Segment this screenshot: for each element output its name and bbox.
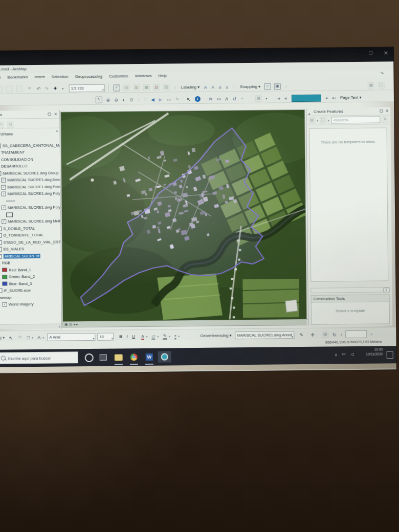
toc-row[interactable]: ✓World Imagery bbox=[0, 301, 61, 308]
scale-combo[interactable]: 1:5.720▾ bbox=[69, 84, 105, 93]
chrome-icon[interactable] bbox=[128, 351, 140, 363]
minimize-button[interactable]: – bbox=[353, 50, 357, 56]
toc-row[interactable]: ✓MARISCAL SUCRE1.dwg Point bbox=[0, 183, 60, 191]
layer-label[interactable]: S_DOBLE_TOTAL bbox=[3, 226, 35, 231]
toc-row[interactable]: ES_VIALES bbox=[0, 246, 61, 253]
toc-row[interactable]: ✓MARISCAL SUCRE1.dwg Polygon bbox=[0, 204, 60, 212]
panel-splitter[interactable]: ≡ bbox=[311, 287, 389, 293]
toc-row[interactable]: ✓MARISCAL SUCRE1.dwg Group Layer bbox=[0, 169, 60, 177]
layer-label[interactable]: RGB bbox=[2, 261, 10, 265]
toc-row[interactable] bbox=[0, 211, 60, 218]
layer-checkbox[interactable] bbox=[0, 247, 2, 252]
hyperlink-icon[interactable]: ↺ bbox=[233, 96, 237, 101]
toc-row[interactable]: asemap bbox=[0, 294, 61, 301]
redo-icon[interactable]: ↷ bbox=[45, 86, 49, 92]
layer-checkbox[interactable]: ✓ bbox=[0, 254, 2, 258]
toc-row[interactable]: te Urbano bbox=[0, 130, 60, 138]
select-elements-icon[interactable]: ↖ bbox=[96, 97, 102, 103]
snap-edge-icon[interactable]: ▣ bbox=[274, 83, 281, 90]
ddp-first-icon[interactable]: |◀ bbox=[277, 97, 280, 100]
layer-label[interactable]: IF_SUCRE.ecw bbox=[4, 288, 31, 293]
arcmap-taskbar-icon[interactable] bbox=[158, 351, 171, 362]
georef-layer-combo[interactable]: MARISCAL SUCRE1.dwg Annot▾ bbox=[235, 331, 294, 339]
layer-label[interactable]: Red: Band_1 bbox=[9, 268, 31, 272]
filter-templates-icon[interactable]: ▢ bbox=[320, 117, 326, 124]
rotation-input[interactable] bbox=[345, 330, 367, 338]
menu-bookmarks[interactable]: Bookmarks bbox=[7, 75, 28, 79]
layer-label[interactable]: MARISCAL SUCRE1.dwg Point bbox=[8, 184, 60, 189]
link-table-icon[interactable]: ▦ bbox=[322, 331, 329, 338]
toc-row[interactable]: S_DOBLE_TOTAL bbox=[0, 225, 60, 232]
rotate-icon[interactable]: ↻ bbox=[332, 332, 337, 337]
toc-row[interactable]: Blue: Band_3 bbox=[0, 280, 61, 287]
draw-pointer-icon[interactable]: ↖ bbox=[9, 335, 13, 340]
zoom-out-icon[interactable]: ⊖ bbox=[114, 97, 118, 102]
layer-checkbox[interactable] bbox=[0, 233, 2, 238]
layer-label[interactable]: Green: Band_2 bbox=[9, 274, 35, 279]
add-control-points-icon[interactable]: ✎ bbox=[300, 332, 304, 338]
fixed-zoom-out-icon[interactable]: ∷ bbox=[144, 98, 147, 102]
layer-label[interactable]: STADO_DE_LA_RED_VIAL_ESTATAL_ bbox=[4, 239, 61, 245]
zoom-in-icon[interactable]: ⊕ bbox=[106, 97, 110, 102]
label-icon-2[interactable]: A bbox=[211, 84, 214, 90]
fill-color-button[interactable]: ▱ bbox=[152, 334, 156, 340]
toolbox-icon[interactable]: ▦ bbox=[143, 84, 150, 91]
toc-row[interactable]: ✓MARISCAL SUCRE1.dwg Annotati bbox=[0, 176, 60, 184]
editor-icon[interactable]: ✓ bbox=[113, 85, 120, 92]
menu-iew[interactable]: iew bbox=[0, 75, 1, 80]
georeferencing-menu[interactable]: Georeferencing ▾ bbox=[200, 334, 231, 339]
fixed-zoom-in-icon[interactable]: ∷ bbox=[138, 98, 140, 102]
organize-templates-icon[interactable]: ▤ bbox=[308, 117, 315, 124]
maximize-button[interactable]: ▢ bbox=[368, 50, 373, 55]
toc-row[interactable]: Red: Band_1 bbox=[0, 266, 61, 274]
line-symbol[interactable] bbox=[6, 201, 15, 202]
taskbar-clock[interactable]: 10:59 10/11/2020 bbox=[366, 347, 383, 356]
toc-row[interactable]: CONSOLIDACION bbox=[0, 156, 60, 163]
tray-chat-icon[interactable]: ▭ bbox=[342, 351, 346, 356]
ddp-last-icon[interactable]: ▶| bbox=[332, 96, 336, 100]
layer-checkbox[interactable]: ✓ bbox=[3, 302, 7, 307]
template-search-input[interactable]: <Search> bbox=[331, 117, 380, 124]
polygon-symbol[interactable] bbox=[6, 212, 13, 217]
full-extent-icon[interactable]: ⊙ bbox=[129, 97, 134, 102]
clear-selection-icon[interactable]: ✎ bbox=[175, 97, 180, 102]
layer-checkbox[interactable]: ✓ bbox=[2, 185, 6, 189]
layer-label[interactable]: O_TORRENTE_TOTAL bbox=[3, 233, 43, 238]
toc-close-icon[interactable]: ✕ bbox=[54, 110, 57, 118]
menu-windows[interactable]: Windows bbox=[135, 74, 152, 78]
scroll-left-icon[interactable]: ◂ bbox=[73, 322, 75, 326]
label-icon-3[interactable]: a bbox=[219, 84, 221, 90]
toc-row[interactable]: ✓SS_CABECERA_CANTONAL_MARI bbox=[0, 142, 60, 149]
open-icon[interactable] bbox=[6, 86, 13, 93]
layer-label[interactable]: MARISCAL SUCRE1.dwg Annotati bbox=[7, 178, 60, 183]
add-data-caret[interactable]: ▾ bbox=[62, 87, 63, 91]
attr-table-icon[interactable]: ▦ bbox=[255, 95, 262, 102]
layer-label[interactable]: MARISCAL SUCRE1.dwg MultiPat bbox=[8, 219, 60, 224]
layer-label[interactable]: ARISCAL SUCRE.tif bbox=[4, 254, 40, 259]
layout-view-icon[interactable]: ▥ bbox=[69, 322, 73, 326]
bold-button[interactable]: B bbox=[119, 335, 122, 339]
layer-checkbox[interactable] bbox=[0, 226, 2, 231]
page-text-menu[interactable]: Page Text ▾ bbox=[340, 95, 362, 100]
layer-label[interactable]: MARISCAL SUCRE1.dwg Polygon bbox=[8, 205, 60, 210]
snapping-menu[interactable]: Snapping ▾ bbox=[240, 84, 260, 89]
shape-tool-icon[interactable]: □ bbox=[27, 335, 30, 340]
select-features-icon[interactable]: ▭ bbox=[167, 97, 171, 102]
cortana-icon[interactable] bbox=[83, 352, 95, 363]
layer-label[interactable]: ES_VIALES bbox=[4, 247, 25, 251]
snap-point-icon[interactable]: ○ bbox=[264, 83, 271, 90]
undo-icon[interactable]: ↶ bbox=[36, 86, 40, 92]
toc-horizontal-scrollbar[interactable]: ▸ bbox=[0, 324, 61, 329]
layer-checkbox[interactable]: ✓ bbox=[2, 192, 6, 196]
measure-icon[interactable]: A bbox=[225, 96, 228, 101]
pan-icon[interactable]: ◐ bbox=[122, 97, 125, 102]
text-color-button[interactable]: A bbox=[141, 334, 144, 340]
toc-row[interactable]: ✓MARISCAL SUCRE1.dwg Polyline bbox=[0, 190, 60, 198]
forward-extent-icon[interactable]: ▶ bbox=[159, 97, 162, 102]
layout-icon[interactable]: ▢ bbox=[378, 82, 384, 89]
label-icon-1[interactable]: A bbox=[204, 85, 207, 90]
toc-row[interactable]: Green: Band_2 bbox=[0, 273, 61, 281]
text-tool-icon[interactable]: A bbox=[37, 335, 40, 340]
pin-icon[interactable] bbox=[48, 113, 51, 116]
layer-label[interactable]: asemap bbox=[0, 295, 11, 300]
